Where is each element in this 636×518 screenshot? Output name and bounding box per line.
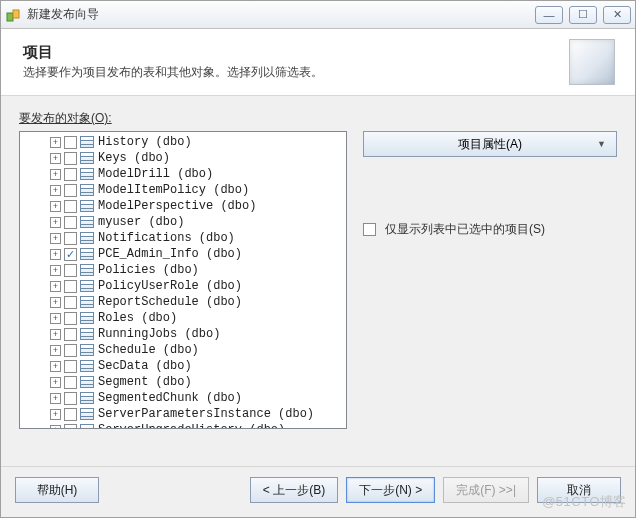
checkbox[interactable] <box>64 376 77 389</box>
tree-item-label: Segment (dbo) <box>98 375 192 389</box>
tree-row[interactable]: +Policies (dbo) <box>22 262 346 278</box>
checkbox[interactable] <box>64 328 77 341</box>
expand-icon[interactable]: + <box>50 409 61 420</box>
table-icon <box>80 184 94 196</box>
minimize-button[interactable]: — <box>535 6 563 24</box>
checkbox[interactable] <box>64 280 77 293</box>
table-icon <box>80 344 94 356</box>
checkbox[interactable] <box>64 296 77 309</box>
tree-item-label: SegmentedChunk (dbo) <box>98 391 242 405</box>
tree-row[interactable]: +ModelItemPolicy (dbo) <box>22 182 346 198</box>
expand-icon[interactable]: + <box>50 425 61 430</box>
tree-row[interactable]: +Schedule (dbo) <box>22 342 346 358</box>
wizard-header: 项目 选择要作为项目发布的表和其他对象。选择列以筛选表。 <box>1 29 635 96</box>
tree-item-label: Keys (dbo) <box>98 151 170 165</box>
expand-icon[interactable]: + <box>50 201 61 212</box>
table-icon <box>80 408 94 420</box>
tree-row[interactable]: +PolicyUserRole (dbo) <box>22 278 346 294</box>
tree-item-label: ServerParametersInstance (dbo) <box>98 407 314 421</box>
page-description: 选择要作为项目发布的表和其他对象。选择列以筛选表。 <box>23 64 569 81</box>
chevron-down-icon: ▼ <box>597 139 606 149</box>
expand-icon[interactable]: + <box>50 377 61 388</box>
next-button[interactable]: 下一步(N) > <box>346 477 435 503</box>
page-title: 项目 <box>23 43 569 62</box>
close-button[interactable]: ✕ <box>603 6 631 24</box>
titlebar: 新建发布向导 — ☐ ✕ <box>1 1 635 29</box>
checkbox[interactable] <box>64 184 77 197</box>
tree-row[interactable]: +ModelDrill (dbo) <box>22 166 346 182</box>
project-properties-button[interactable]: 项目属性(A) ▼ <box>363 131 617 157</box>
checkbox[interactable] <box>64 200 77 213</box>
expand-icon[interactable]: + <box>50 297 61 308</box>
checkbox[interactable] <box>64 344 77 357</box>
checkbox[interactable] <box>64 360 77 373</box>
project-properties-label: 项目属性(A) <box>458 136 522 153</box>
expand-icon[interactable]: + <box>50 265 61 276</box>
checkbox[interactable] <box>64 312 77 325</box>
expand-icon[interactable]: + <box>50 169 61 180</box>
objects-label: 要发布的对象(O): <box>19 110 617 127</box>
tree-item-label: Policies (dbo) <box>98 263 199 277</box>
checkbox[interactable]: ✓ <box>64 248 77 261</box>
tree-row[interactable]: +✓PCE_Admin_Info (dbo) <box>22 246 346 262</box>
tree-row[interactable]: +SecData (dbo) <box>22 358 346 374</box>
tree-row[interactable]: +Roles (dbo) <box>22 310 346 326</box>
expand-icon[interactable]: + <box>50 361 61 372</box>
maximize-button[interactable]: ☐ <box>569 6 597 24</box>
expand-icon[interactable]: + <box>50 313 61 324</box>
table-icon <box>80 248 94 260</box>
checkbox[interactable] <box>64 408 77 421</box>
tree-row[interactable]: +Notifications (dbo) <box>22 230 346 246</box>
checkbox[interactable] <box>64 152 77 165</box>
tree-row[interactable]: +Segment (dbo) <box>22 374 346 390</box>
expand-icon[interactable]: + <box>50 185 61 196</box>
objects-tree[interactable]: +History (dbo)+Keys (dbo)+ModelDrill (db… <box>19 131 347 429</box>
cancel-button[interactable]: 取消 <box>537 477 621 503</box>
expand-icon[interactable]: + <box>50 393 61 404</box>
table-icon <box>80 360 94 372</box>
checkbox[interactable] <box>64 232 77 245</box>
tree-row[interactable]: +ServerUpgradeHistory (dbo) <box>22 422 346 429</box>
help-button[interactable]: 帮助(H) <box>15 477 99 503</box>
table-icon <box>80 328 94 340</box>
checkbox[interactable] <box>64 216 77 229</box>
svg-rect-0 <box>7 13 13 21</box>
tree-row[interactable]: +ServerParametersInstance (dbo) <box>22 406 346 422</box>
tree-row[interactable]: +ReportSchedule (dbo) <box>22 294 346 310</box>
table-icon <box>80 168 94 180</box>
checkbox[interactable] <box>64 136 77 149</box>
expand-icon[interactable]: + <box>50 217 61 228</box>
checkbox[interactable] <box>64 168 77 181</box>
app-icon <box>5 7 21 23</box>
tree-row[interactable]: +RunningJobs (dbo) <box>22 326 346 342</box>
checkbox[interactable] <box>64 424 77 430</box>
tree-item-label: myuser (dbo) <box>98 215 184 229</box>
expand-icon[interactable]: + <box>50 249 61 260</box>
tree-row[interactable]: +History (dbo) <box>22 134 346 150</box>
wizard-window: 新建发布向导 — ☐ ✕ 项目 选择要作为项目发布的表和其他对象。选择列以筛选表… <box>0 0 636 518</box>
expand-icon[interactable]: + <box>50 153 61 164</box>
tree-row[interactable]: +myuser (dbo) <box>22 214 346 230</box>
expand-icon[interactable]: + <box>50 329 61 340</box>
tree-item-label: ModelDrill (dbo) <box>98 167 213 181</box>
tree-item-label: Roles (dbo) <box>98 311 177 325</box>
table-icon <box>80 152 94 164</box>
tree-item-label: ModelPerspective (dbo) <box>98 199 256 213</box>
expand-icon[interactable]: + <box>50 233 61 244</box>
show-selected-only[interactable]: 仅显示列表中已选中的项目(S) <box>363 221 617 238</box>
tree-row[interactable]: +SegmentedChunk (dbo) <box>22 390 346 406</box>
right-panel: 项目属性(A) ▼ 仅显示列表中已选中的项目(S) <box>363 131 617 460</box>
checkbox[interactable] <box>64 392 77 405</box>
tree-row[interactable]: +Keys (dbo) <box>22 150 346 166</box>
table-icon <box>80 264 94 276</box>
table-icon <box>80 232 94 244</box>
expand-icon[interactable]: + <box>50 281 61 292</box>
expand-icon[interactable]: + <box>50 345 61 356</box>
tree-item-label: SecData (dbo) <box>98 359 192 373</box>
checkbox[interactable] <box>64 264 77 277</box>
show-selected-checkbox[interactable] <box>363 223 376 236</box>
tree-item-label: Schedule (dbo) <box>98 343 199 357</box>
back-button[interactable]: < 上一步(B) <box>250 477 338 503</box>
expand-icon[interactable]: + <box>50 137 61 148</box>
tree-row[interactable]: +ModelPerspective (dbo) <box>22 198 346 214</box>
